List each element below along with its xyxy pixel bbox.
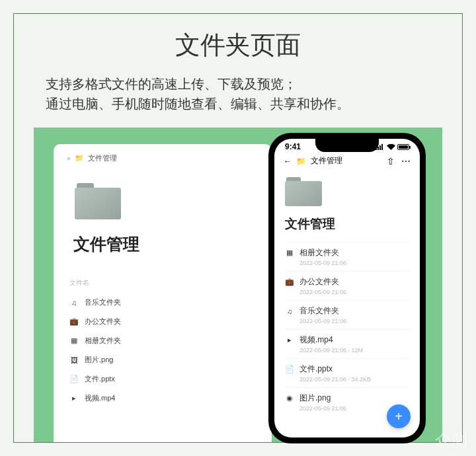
desktop-file-list: ♫音乐文件夹💼办公文件夹▦相册文件夹🖼图片.png📄文件.pptx▸视频.mp4 — [67, 293, 258, 408]
list-item[interactable]: 💼办公文件夹2022-05-09 21:06 — [285, 271, 409, 300]
file-name: 办公文件夹 — [299, 276, 339, 287]
share-icon[interactable]: ⇧ — [387, 156, 395, 167]
file-icon: ▸ — [285, 336, 294, 345]
folder-icon-small: 📁 — [296, 157, 306, 166]
battery-icon — [397, 144, 409, 150]
desc-line-1: 支持多格式文件的高速上传、下载及预览； — [46, 74, 436, 94]
file-meta: 2022-05-09 21:06 — [299, 260, 409, 266]
folder-icon — [285, 177, 323, 208]
file-icon: ♫ — [69, 298, 79, 307]
file-meta: 2022-05-09 21:06 · 34.2KB — [299, 376, 409, 383]
phone-breadcrumb: 文件管理 — [311, 155, 342, 167]
phone-heading: 文件管理 — [285, 215, 420, 233]
file-icon: 🖼 — [69, 356, 79, 365]
file-name: 图片.png — [299, 393, 331, 404]
wifi-icon — [387, 144, 395, 150]
file-name: 文件.pptx — [299, 363, 333, 375]
watermark: 众测 — [435, 430, 468, 451]
list-item[interactable]: ▸视频.mp42022-05-09 21:06 · 12M — [285, 329, 409, 358]
breadcrumb-label: 文件管理 — [88, 153, 117, 163]
folder-icon — [75, 183, 122, 220]
status-time: 9:41 — [285, 142, 301, 151]
add-button[interactable]: + — [387, 404, 411, 428]
column-header: 文件名 — [69, 278, 258, 287]
notch — [315, 139, 379, 152]
file-name: 相册文件夹 — [85, 336, 121, 346]
list-item[interactable]: ♫音乐文件夹2022-05-09 21:06 — [285, 300, 409, 329]
file-name: 音乐文件夹 — [85, 297, 121, 307]
list-item[interactable]: 📄文件.pptx — [67, 369, 258, 389]
file-icon: 📄 — [69, 375, 79, 384]
file-name: 视频.mp4 — [85, 393, 115, 403]
file-name: 视频.mp4 — [299, 334, 333, 346]
file-name: 图片.png — [85, 355, 113, 365]
file-icon: ▦ — [285, 248, 294, 258]
desktop-window: » 📁 文件管理 文件管理 文件名 ♫音乐文件夹💼办公文件夹▦相册文件夹🖼图片.… — [54, 144, 272, 442]
file-name: 文件.pptx — [85, 374, 115, 384]
list-item[interactable]: ▦相册文件夹 — [67, 331, 258, 350]
list-item[interactable]: ♫音乐文件夹 — [67, 293, 258, 312]
desktop-heading: 文件管理 — [73, 233, 258, 255]
file-icon: ▸ — [69, 394, 79, 403]
breadcrumb[interactable]: » 📁 文件管理 — [67, 153, 258, 163]
file-name: 相册文件夹 — [299, 247, 339, 258]
phone-file-list: ▦相册文件夹2022-05-09 21:06💼办公文件夹2022-05-09 2… — [274, 242, 420, 416]
description: 支持多格式文件的高速上传、下载及预览； 通过电脑、手机随时随地查看、编辑、共享和… — [46, 74, 436, 114]
list-item[interactable]: ▸视频.mp4 — [67, 389, 258, 408]
file-icon: 💼 — [69, 317, 79, 326]
green-stage: » 📁 文件管理 文件管理 文件名 ♫音乐文件夹💼办公文件夹▦相册文件夹🖼图片.… — [34, 128, 442, 442]
phone-frame: 9:41 ← 📁 文件管理 ⇧ ⋯ — [268, 133, 426, 443]
status-icons — [376, 144, 409, 150]
file-icon: 💼 — [285, 278, 294, 287]
page-title: 文件夹页面 — [14, 28, 462, 62]
svg-rect-2 — [379, 145, 381, 150]
list-item[interactable]: 🖼图片.png — [67, 350, 258, 369]
list-item[interactable]: 📄文件.pptx2022-05-09 21:06 · 34.2KB — [285, 358, 409, 387]
file-meta: 2022-05-09 21:06 · 12M — [299, 347, 409, 354]
file-meta: 2022-05-09 21:06 — [299, 318, 409, 324]
file-meta: 2022-05-09 21:06 — [299, 289, 409, 295]
outer-frame: 文件夹页面 支持多格式文件的高速上传、下载及预览； 通过电脑、手机随时随地查看、… — [13, 13, 463, 443]
phone-screen: 9:41 ← 📁 文件管理 ⇧ ⋯ — [274, 139, 420, 437]
desc-line-2: 通过电脑、手机随时随地查看、编辑、共享和协作。 — [46, 94, 436, 114]
file-name: 办公文件夹 — [85, 317, 121, 326]
folder-icon-small: 📁 — [75, 154, 84, 163]
more-icon[interactable]: ⋯ — [401, 156, 411, 167]
file-icon: ▦ — [69, 336, 79, 346]
file-icon: ◉ — [285, 394, 294, 403]
list-item[interactable]: ▦相册文件夹2022-05-09 21:06 — [285, 242, 409, 271]
chevron-icon: » — [67, 155, 71, 162]
back-icon[interactable]: ← — [284, 157, 292, 166]
list-item[interactable]: 💼办公文件夹 — [67, 312, 258, 331]
file-name: 音乐文件夹 — [299, 305, 339, 317]
phone-header: ← 📁 文件管理 ⇧ ⋯ — [274, 151, 420, 171]
svg-rect-3 — [381, 144, 383, 150]
file-icon: ♫ — [285, 307, 294, 316]
file-icon: 📄 — [285, 365, 294, 374]
